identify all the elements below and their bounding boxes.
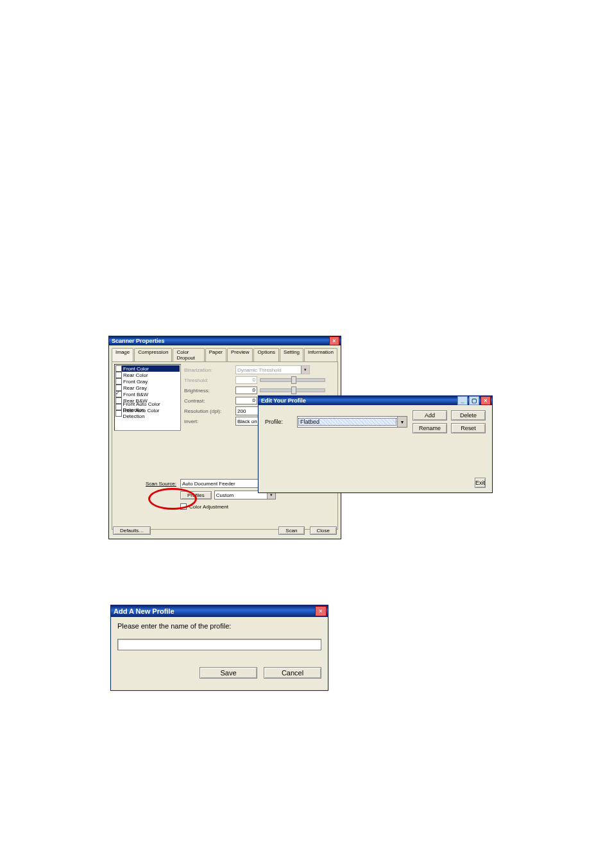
edit-body: Profile: Flatbed ▾ Add Rename Delete Res…: [259, 405, 492, 491]
tab-color-dropout[interactable]: Color Dropout: [173, 348, 204, 361]
profile-label: Profile:: [265, 419, 297, 425]
binarization-label: Binarization:: [184, 367, 235, 373]
contrast-label: Contrast:: [184, 398, 235, 404]
checkbox-icon[interactable]: [115, 397, 122, 404]
scan-source-label: Scan Source:: [138, 481, 176, 487]
resolution-value: 200: [237, 408, 246, 414]
minimize-icon[interactable]: _: [457, 396, 468, 405]
threshold-slider: [260, 378, 325, 382]
edit-titlebar: Edit Your Profile _ ▢ ×: [259, 396, 492, 405]
list-item-label: Rear Gray: [123, 385, 147, 391]
profile-value: Flatbed: [298, 418, 396, 426]
exit-button[interactable]: Exit: [475, 478, 486, 488]
checkbox-icon[interactable]: [115, 391, 122, 397]
binarization-select: Dynamic Threshold ▾: [235, 365, 310, 374]
rename-button[interactable]: Rename: [412, 423, 447, 433]
add-prompt: Please enter the name of the profile:: [117, 622, 321, 630]
edit-profile-dialog: Edit Your Profile _ ▢ × Profile: Flatbed…: [258, 395, 493, 493]
close-button[interactable]: Close: [310, 526, 337, 535]
list-item[interactable]: Rear Gray: [115, 385, 180, 391]
list-item-label: Front B&W: [123, 392, 148, 397]
list-item-label: Rear Auto Color Detection: [123, 408, 180, 419]
defaults-button[interactable]: Defaults…: [113, 526, 151, 535]
scan-button[interactable]: Scan: [278, 526, 304, 535]
list-item[interactable]: Front Color: [115, 365, 180, 372]
list-item[interactable]: Front B&W: [115, 391, 180, 397]
checkbox-icon[interactable]: [115, 410, 122, 417]
add-profile-dialog: Add A New Profile × Please enter the nam…: [110, 605, 328, 691]
tab-compression[interactable]: Compression: [134, 348, 172, 361]
checkbox-icon[interactable]: [115, 404, 122, 410]
tab-options[interactable]: Options: [253, 348, 279, 361]
tab-paper[interactable]: Paper: [205, 348, 226, 361]
tabs-bar: Image Compression Color Dropout Paper Pr…: [112, 348, 338, 361]
threshold-label: Threshold:: [184, 378, 235, 383]
invert-value: Black on: [237, 419, 257, 424]
tab-setting[interactable]: Setting: [280, 348, 303, 361]
save-button[interactable]: Save: [200, 667, 257, 679]
close-icon[interactable]: ×: [315, 606, 327, 616]
image-selection-list[interactable]: Front Color Rear Color Front Gray Rear G…: [114, 364, 181, 431]
binarization-value: Dynamic Threshold: [237, 367, 282, 373]
color-adjustment-label: Color Adjustment: [189, 504, 228, 510]
list-item-label: Rear Color: [123, 372, 148, 378]
reset-button[interactable]: Reset: [451, 423, 486, 433]
chevron-down-icon[interactable]: ▾: [397, 417, 407, 427]
scan-source-value: Auto Document Feeder: [182, 481, 235, 487]
add-body: Please enter the name of the profile: Sa…: [111, 617, 328, 684]
tab-preview[interactable]: Preview: [227, 348, 253, 361]
checkbox-icon[interactable]: [115, 365, 122, 372]
tab-image[interactable]: Image: [112, 348, 133, 361]
profile-select[interactable]: Flatbed ▾: [297, 416, 407, 428]
resolution-label: Resolution (dpi):: [184, 408, 235, 414]
bottom-buttons: Defaults… Scan Close: [113, 526, 337, 535]
profiles-value: Custom: [216, 492, 234, 498]
tab-information[interactable]: Information: [304, 348, 337, 361]
contrast-value[interactable]: 0: [235, 397, 257, 404]
add-button[interactable]: Add: [412, 410, 447, 421]
list-item-label: Front Color: [123, 366, 149, 372]
chevron-down-icon: ▾: [301, 366, 309, 374]
list-item[interactable]: Rear Auto Color Detection: [115, 410, 180, 417]
scanner-title: Scanner Properties: [112, 338, 165, 344]
scanner-titlebar: Scanner Properties ×: [109, 336, 341, 345]
delete-button[interactable]: Delete: [451, 410, 486, 421]
scan-source-select[interactable]: Auto Document Feeder ▾: [180, 479, 268, 488]
checkbox-icon[interactable]: [115, 372, 122, 378]
profiles-button[interactable]: Profiles: [180, 491, 212, 499]
threshold-value: 0: [235, 376, 257, 384]
list-item[interactable]: Front Gray: [115, 378, 180, 385]
list-item-label: Front Gray: [123, 379, 148, 385]
add-titlebar: Add A New Profile ×: [111, 605, 328, 617]
list-item[interactable]: Rear Color: [115, 372, 180, 378]
brightness-label: Brightness:: [184, 388, 235, 394]
checkbox-icon[interactable]: [180, 503, 187, 510]
profile-name-input[interactable]: [117, 639, 321, 650]
cancel-button[interactable]: Cancel: [264, 667, 321, 679]
add-title: Add A New Profile: [114, 607, 174, 615]
brightness-slider[interactable]: [260, 388, 325, 392]
close-icon[interactable]: ×: [480, 396, 491, 405]
brightness-value[interactable]: 0: [235, 386, 257, 394]
close-icon[interactable]: ×: [329, 336, 339, 345]
edit-title: Edit Your Profile: [261, 397, 306, 404]
maximize-icon[interactable]: ▢: [469, 396, 479, 405]
invert-label: Invert:: [184, 419, 235, 424]
checkbox-icon[interactable]: [115, 378, 122, 385]
